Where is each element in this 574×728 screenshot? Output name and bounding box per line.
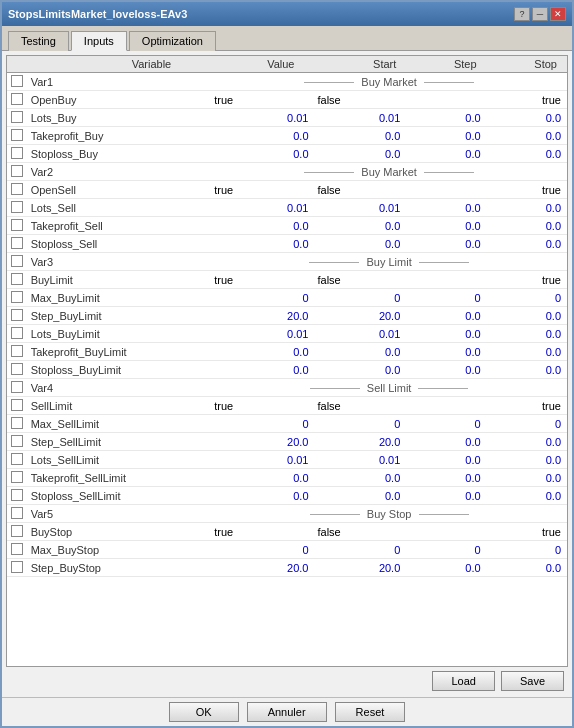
table-row: Var4 Sell Limit — [7, 379, 567, 397]
row-start: false — [315, 523, 407, 541]
row-start: false — [315, 91, 407, 109]
table-row: Takeprofit_Sell 0.0 0.0 0.0 0.0 — [7, 217, 567, 235]
variables-table: Variable Value Start Step Stop Var1 Buy … — [7, 56, 567, 577]
table-row: Takeprofit_Buy 0.0 0.0 0.0 0.0 — [7, 127, 567, 145]
row-step — [406, 523, 486, 541]
reset-button[interactable]: Reset — [335, 702, 406, 722]
col-checkbox — [7, 56, 28, 73]
table-row: Var1 Buy Market — [7, 73, 567, 91]
row-step — [406, 91, 486, 109]
row-stop: 0.0 — [487, 433, 567, 451]
content-area: Variable Value Start Step Stop Var1 Buy … — [2, 51, 572, 697]
section-name: Sell Limit — [211, 379, 567, 397]
row-step: 0.0 — [406, 127, 486, 145]
table-container[interactable]: Variable Value Start Step Stop Var1 Buy … — [6, 55, 568, 667]
var-label: Var4 — [28, 379, 212, 397]
row-checkbox[interactable] — [11, 561, 23, 573]
tab-optimization[interactable]: Optimization — [129, 31, 216, 51]
table-row: Stoploss_Sell 0.0 0.0 0.0 0.0 — [7, 235, 567, 253]
row-value: 20.0 — [211, 307, 314, 325]
row-checkbox[interactable] — [11, 219, 23, 231]
title-bar: StopsLimitsMarket_loveloss-EAv3 ? ─ ✕ — [2, 2, 572, 26]
row-checkbox[interactable] — [11, 309, 23, 321]
row-checkbox[interactable] — [11, 129, 23, 141]
row-stop: 0.0 — [487, 145, 567, 163]
row-checkbox[interactable] — [11, 237, 23, 249]
row-stop: 0.0 — [487, 109, 567, 127]
table-row: SellLimit true false true — [7, 397, 567, 415]
row-checkbox[interactable] — [11, 381, 23, 393]
row-checkbox[interactable] — [11, 165, 23, 177]
row-checkbox[interactable] — [11, 273, 23, 285]
row-checkbox[interactable] — [11, 489, 23, 501]
row-checkbox[interactable] — [11, 255, 23, 267]
row-checkbox[interactable] — [11, 201, 23, 213]
row-start: 0.01 — [315, 325, 407, 343]
row-checkbox[interactable] — [11, 111, 23, 123]
window-title: StopsLimitsMarket_loveloss-EAv3 — [8, 8, 187, 20]
ok-button[interactable]: OK — [169, 702, 239, 722]
row-checkbox[interactable] — [11, 453, 23, 465]
minimize-button[interactable]: ─ — [532, 7, 548, 21]
section-name: Buy Market — [211, 163, 567, 181]
table-row: Max_BuyLimit 0 0 0 0 — [7, 289, 567, 307]
row-stop: 0 — [487, 541, 567, 559]
save-button[interactable]: Save — [501, 671, 564, 691]
row-checkbox[interactable] — [11, 417, 23, 429]
row-checkbox[interactable] — [11, 291, 23, 303]
row-checkbox[interactable] — [11, 345, 23, 357]
row-checkbox[interactable] — [11, 435, 23, 447]
load-button[interactable]: Load — [432, 671, 494, 691]
row-start: 0.0 — [315, 217, 407, 235]
row-checkbox[interactable] — [11, 525, 23, 537]
row-stop: 0 — [487, 415, 567, 433]
row-value: 0.01 — [211, 325, 314, 343]
table-row: Max_BuyStop 0 0 0 0 — [7, 541, 567, 559]
row-variable: Max_BuyStop — [28, 541, 212, 559]
row-start: 0.0 — [315, 343, 407, 361]
row-variable: Max_SellLimit — [28, 415, 212, 433]
row-start: 20.0 — [315, 433, 407, 451]
row-step — [406, 397, 486, 415]
row-checkbox[interactable] — [11, 147, 23, 159]
col-step: Step — [406, 56, 486, 73]
row-variable: SellLimit — [28, 397, 212, 415]
row-checkbox[interactable] — [11, 327, 23, 339]
close-button[interactable]: ✕ — [550, 7, 566, 21]
row-stop: 0.0 — [487, 127, 567, 145]
row-checkbox[interactable] — [11, 399, 23, 411]
table-row: Lots_BuyLimit 0.01 0.01 0.0 0.0 — [7, 325, 567, 343]
var-label: Var2 — [28, 163, 212, 181]
row-value: true — [211, 397, 314, 415]
row-stop: 0.0 — [487, 325, 567, 343]
tab-inputs[interactable]: Inputs — [71, 31, 127, 51]
row-start: 0.0 — [315, 145, 407, 163]
table-row: Lots_Buy 0.01 0.01 0.0 0.0 — [7, 109, 567, 127]
row-checkbox[interactable] — [11, 507, 23, 519]
row-variable: OpenSell — [28, 181, 212, 199]
row-stop: 0.0 — [487, 559, 567, 577]
row-value: true — [211, 91, 314, 109]
tab-testing[interactable]: Testing — [8, 31, 69, 51]
row-step: 0 — [406, 289, 486, 307]
row-checkbox[interactable] — [11, 75, 23, 87]
row-checkbox[interactable] — [11, 471, 23, 483]
row-start: 0 — [315, 289, 407, 307]
var-label: Var5 — [28, 505, 212, 523]
row-stop: 0.0 — [487, 217, 567, 235]
help-button[interactable]: ? — [514, 7, 530, 21]
annuler-button[interactable]: Annuler — [247, 702, 327, 722]
row-stop: 0.0 — [487, 469, 567, 487]
row-checkbox[interactable] — [11, 543, 23, 555]
table-row: OpenBuy true false true — [7, 91, 567, 109]
row-value: 0 — [211, 415, 314, 433]
row-variable: Stoploss_Sell — [28, 235, 212, 253]
row-checkbox[interactable] — [11, 183, 23, 195]
row-variable: Step_BuyStop — [28, 559, 212, 577]
row-checkbox[interactable] — [11, 93, 23, 105]
row-value: 0.0 — [211, 217, 314, 235]
section-name: Buy Limit — [211, 253, 567, 271]
row-checkbox[interactable] — [11, 363, 23, 375]
row-value: 0 — [211, 289, 314, 307]
row-step: 0.0 — [406, 325, 486, 343]
